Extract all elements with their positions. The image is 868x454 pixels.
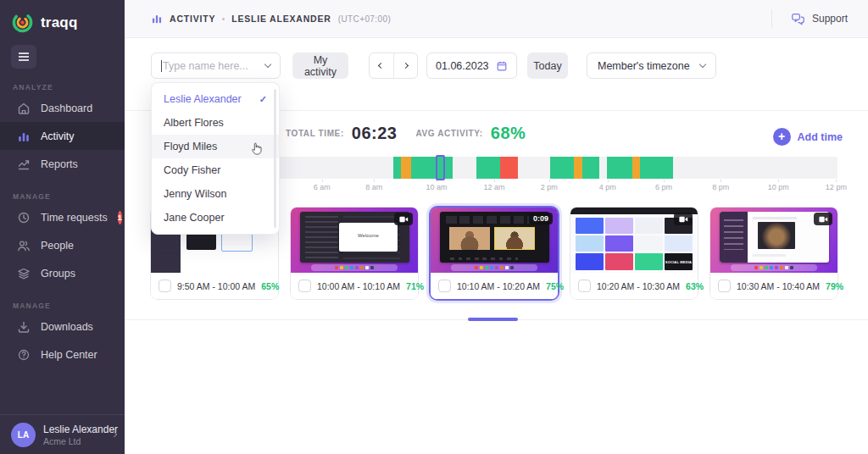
dropdown-option-jane-cooper[interactable]: Jane Cooper xyxy=(152,206,279,230)
timeline-segment-green xyxy=(411,157,436,179)
member-search-placeholder: Type name here... xyxy=(163,60,248,72)
screenshot-card-footer: 9:50 AM - 10:00 AM65% xyxy=(151,273,278,299)
macos-dock xyxy=(451,264,537,271)
timeline-selected-slot[interactable] xyxy=(436,155,445,180)
dropdown-option-albert-flores[interactable]: Albert Flores xyxy=(152,111,279,135)
breadcrumb-section[interactable]: ACTIVITY xyxy=(170,14,215,24)
total-time-label: TOTAL TIME: xyxy=(286,129,344,138)
sidebar-item-label: Dashboard xyxy=(41,102,92,114)
dropdown-scrollbar[interactable] xyxy=(274,89,276,228)
checkbox[interactable] xyxy=(438,280,451,292)
sidebar-item-downloads[interactable]: Downloads xyxy=(0,313,125,340)
gallery-tile xyxy=(665,235,693,252)
timeline-tick-label: 6 pm xyxy=(655,183,672,191)
thumb-photo xyxy=(758,222,795,248)
sidebar-item-dashboard[interactable]: Dashboard xyxy=(0,94,125,122)
user-name: Leslie Alexander xyxy=(43,424,105,435)
my-activity-button[interactable]: My activity xyxy=(292,53,348,79)
sidebar-item-reports[interactable]: Reports xyxy=(0,150,125,178)
dropdown-option-label: Albert Flores xyxy=(164,117,224,129)
screenshot-thumbnail-video-call[interactable]: 0:09 xyxy=(431,208,558,273)
gallery-tile xyxy=(635,218,663,234)
screenshot-card-4[interactable]: SOCIAL MEDIA10:20 AM - 10:30 AM63% xyxy=(570,208,698,299)
timeline-tick-label: 12 am xyxy=(483,183,504,191)
checkbox[interactable] xyxy=(578,280,591,292)
sidebar-user-card[interactable]: LA Leslie Alexander Acme Ltd xyxy=(0,414,125,454)
breadcrumb: ACTIVITY LESLIE ALEXANDER (UTC+07:00) xyxy=(151,13,391,25)
member-search-select[interactable]: Type name here... xyxy=(151,53,281,79)
notification-badge: 1 xyxy=(118,211,122,224)
dropdown-option-jenny-wilson[interactable]: Jenny Wilson xyxy=(152,182,279,206)
dropdown-option-leslie-alexander[interactable]: Leslie Alexander✓ xyxy=(152,87,279,111)
activity-bars-icon xyxy=(17,130,31,143)
timeline-segment-orange xyxy=(632,157,640,179)
screenshot-card-2[interactable]: Welcome10:00 AM - 10:10 AM71% xyxy=(291,208,418,299)
sidebar-item-activity[interactable]: Activity xyxy=(0,122,125,150)
reports-icon xyxy=(17,158,31,171)
timeline-tick-mark xyxy=(549,180,550,182)
activity-bars-icon xyxy=(151,13,163,25)
prev-day-button[interactable] xyxy=(370,53,393,78)
timeline-tick-mark xyxy=(664,180,665,182)
activity-percent: 79% xyxy=(826,281,843,291)
activity-percent: 65% xyxy=(261,281,279,291)
dropdown-option-cody-fisher[interactable]: Cody Fisher xyxy=(152,158,279,182)
dropdown-option-floyd-miles[interactable]: Floyd Miles xyxy=(152,135,279,158)
timezone-select[interactable]: Member's timezone xyxy=(587,53,716,79)
timeline-tick-label: 8 am xyxy=(365,183,382,191)
sidebar-collapse-button[interactable] xyxy=(11,45,36,69)
gallery-tile xyxy=(576,253,604,269)
carousel-scroll-indicator[interactable] xyxy=(468,318,518,321)
sidebar-section-label-manage-1: MANAGE xyxy=(13,192,125,201)
add-time-button[interactable]: + Add time xyxy=(773,128,843,146)
date-picker-field[interactable]: 01.06.2023 xyxy=(426,53,517,79)
checkbox[interactable] xyxy=(718,280,731,292)
screenshot-thumbnail-chat-app[interactable] xyxy=(710,208,837,273)
sidebar-section-label-manage-2: MANAGE xyxy=(13,302,125,310)
text-caret xyxy=(161,60,162,72)
gallery-tile xyxy=(605,253,633,269)
support-button[interactable]: Support xyxy=(791,13,848,25)
home-icon xyxy=(17,102,31,115)
sidebar-item-people[interactable]: People xyxy=(0,231,125,259)
thumb-gallery-grid: SOCIAL MEDIA xyxy=(576,218,693,270)
sidebar-item-label: Downloads xyxy=(41,321,93,333)
timeline-tick-label: 6 am xyxy=(314,183,331,191)
timeline-segment-red xyxy=(500,157,517,179)
screenshot-thumbnail-design-gallery[interactable]: SOCIAL MEDIA xyxy=(570,208,698,273)
sidebar-item-label: Reports xyxy=(41,158,78,170)
next-day-button[interactable] xyxy=(393,53,418,78)
checkbox[interactable] xyxy=(298,280,311,292)
timeline-segment-green xyxy=(550,157,574,179)
help-icon xyxy=(17,348,31,362)
screenshot-card-footer: 10:20 AM - 10:30 AM63% xyxy=(570,273,698,299)
timeline-segment-green xyxy=(607,157,632,179)
gallery-tile xyxy=(576,235,604,252)
chevron-down-icon xyxy=(264,60,271,67)
activity-percent: 75% xyxy=(546,281,564,291)
thumb-art xyxy=(753,217,797,219)
thumb-art xyxy=(724,219,743,250)
timeline-segment-green xyxy=(393,157,401,179)
gallery-tile xyxy=(605,235,633,252)
timeline-tick-label: 10 am xyxy=(426,183,447,191)
sidebar-item-help-center[interactable]: Help Center xyxy=(0,340,125,368)
macos-dock xyxy=(731,264,817,271)
avatar: LA xyxy=(11,423,36,447)
app-logo[interactable]: traqq xyxy=(0,0,125,34)
screenshot-card-3[interactable]: 0:0910:10 AM - 10:20 AM75% xyxy=(431,208,558,299)
sidebar-item-groups[interactable]: Groups xyxy=(0,259,125,287)
today-button[interactable]: Today xyxy=(527,53,568,79)
screenshot-thumbnail-code-editor[interactable]: Welcome xyxy=(291,208,418,273)
time-range-label: 10:20 AM - 10:30 AM xyxy=(597,281,680,291)
thumb-art xyxy=(186,232,216,250)
screenshot-card-5[interactable]: 10:30 AM - 10:40 AM79% xyxy=(710,208,837,299)
timeline-tick-mark xyxy=(608,180,609,182)
video-tile xyxy=(494,227,535,249)
avg-activity-value: 68% xyxy=(491,124,526,143)
add-time-label: Add time xyxy=(798,131,843,143)
checkbox[interactable] xyxy=(159,280,171,292)
sidebar-item-time-requests[interactable]: Time requests1 xyxy=(0,203,125,231)
breadcrumb-timezone: (UTC+07:00) xyxy=(338,14,391,24)
chat-bubbles-icon xyxy=(791,13,805,25)
